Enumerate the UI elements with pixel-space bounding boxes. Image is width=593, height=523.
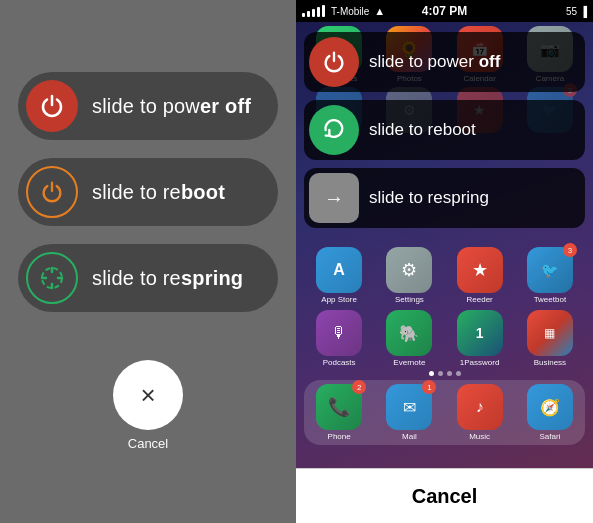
music-label: Music (469, 432, 490, 441)
settings-icon: ⚙ (386, 247, 432, 293)
cancel-button-left[interactable]: × (113, 360, 183, 430)
podcasts-icon: 🎙 (316, 310, 362, 356)
reeder-icon: ★ (457, 247, 503, 293)
app-reeder[interactable]: ★ Reeder (457, 247, 503, 304)
page-dots (304, 371, 585, 376)
dot-3 (447, 371, 452, 376)
status-left: T-Mobile ▲ (302, 5, 385, 17)
app-business[interactable]: ▦ Business (527, 310, 573, 367)
ios-reboot-slider[interactable]: slide to reboot (304, 100, 585, 160)
ios-reboot-label: slide to reboot (369, 120, 476, 140)
respring-slider[interactable]: slide to respring (18, 244, 278, 312)
status-bar: T-Mobile ▲ 4:07 PM 55 ▐ (296, 0, 593, 22)
business-icon: ▦ (527, 310, 573, 356)
ios-power-off-slider[interactable]: → slide to power off (304, 32, 585, 92)
reeder-label: Reeder (467, 295, 493, 304)
dock-row: 📞 2 Phone ✉ 1 Mail ♪ Music (304, 380, 585, 445)
settings-label: Settings (395, 295, 424, 304)
evernote-icon: 🐘 (386, 310, 432, 356)
mail-label: Mail (402, 432, 417, 441)
music-icon: ♪ (457, 384, 503, 430)
dot-2 (438, 371, 443, 376)
phone-badge: 2 (352, 380, 366, 394)
dot-4 (456, 371, 461, 376)
cancel-label-left: Cancel (128, 436, 168, 451)
appstore-icon: A (316, 247, 362, 293)
left-panel: slide to power off slide to reboot slide… (0, 0, 296, 523)
status-right: 55 ▐ (566, 6, 587, 17)
1password-icon: 1 (457, 310, 503, 356)
business-label: Business (534, 358, 566, 367)
wifi-icon: ▲ (374, 5, 385, 17)
ios-wallpaper: 💬 Messages 🌻 Photos 📅 Calendar 📷 (296, 22, 593, 523)
reboot-label: slide to reboot (92, 181, 225, 204)
sig-bar-2 (307, 11, 310, 17)
sig-bar-1 (302, 13, 305, 17)
1password-label: 1Password (460, 358, 500, 367)
appstore-label: App Store (321, 295, 357, 304)
dock-safari[interactable]: 🧭 Safari (527, 384, 573, 441)
mail-badge: 1 (422, 380, 436, 394)
ios-power-off-icon: → (309, 37, 359, 87)
power-off-label: slide to power off (92, 95, 251, 118)
cancel-section: × Cancel (113, 340, 183, 451)
dock-mail[interactable]: ✉ 1 Mail (386, 384, 432, 441)
mail-icon: ✉ 1 (386, 384, 432, 430)
reboot-icon (26, 166, 78, 218)
tweetbot-icon: 🐦 3 (527, 247, 573, 293)
sig-bar-5 (322, 5, 325, 17)
evernote-label: Evernote (393, 358, 425, 367)
dock-phone[interactable]: 📞 2 Phone (316, 384, 362, 441)
app-row-2: A App Store ⚙ Settings ★ Reeder (304, 247, 585, 304)
carrier-label: T-Mobile (331, 6, 369, 17)
cancel-bar[interactable]: Cancel (296, 468, 593, 523)
status-time: 4:07 PM (422, 4, 467, 18)
app-tweetbot[interactable]: 🐦 3 Tweetbot (527, 247, 573, 304)
dot-1 (429, 371, 434, 376)
app-evernote[interactable]: 🐘 Evernote (386, 310, 432, 367)
ios-respring-label: slide to respring (369, 188, 489, 208)
podcasts-label: Podcasts (323, 358, 356, 367)
respring-icon (26, 252, 78, 304)
cancel-bar-label: Cancel (412, 485, 478, 508)
signal-bars (302, 5, 325, 17)
tweetbot-badge-2: 3 (563, 243, 577, 257)
app-settings[interactable]: ⚙ Settings (386, 247, 432, 304)
ios-respring-slider[interactable]: → slide to respring (304, 168, 585, 228)
sig-bar-3 (312, 9, 315, 17)
power-off-slider[interactable]: slide to power off (18, 72, 278, 140)
app-podcasts[interactable]: 🎙 Podcasts (316, 310, 362, 367)
phone-label: Phone (328, 432, 351, 441)
phone-icon: 📞 2 (316, 384, 362, 430)
ios-respring-icon: → (309, 173, 359, 223)
safari-label: Safari (539, 432, 560, 441)
app-appstore[interactable]: A App Store (316, 247, 362, 304)
reboot-slider[interactable]: slide to reboot (18, 158, 278, 226)
ios-power-off-label: slide to power off (369, 52, 500, 72)
right-panel: T-Mobile ▲ 4:07 PM 55 ▐ 💬 Messages 🌻 Pho… (296, 0, 593, 523)
ios-reboot-icon (309, 105, 359, 155)
battery-label: 55 ▐ (566, 6, 587, 17)
app-row-3: 🎙 Podcasts 🐘 Evernote 1 1Password (304, 310, 585, 367)
power-off-icon (26, 80, 78, 132)
respring-label: slide to respring (92, 267, 243, 290)
app-1password[interactable]: 1 1Password (457, 310, 503, 367)
app-area-lower: A App Store ⚙ Settings ★ Reeder (296, 247, 593, 447)
cancel-x-icon: × (140, 382, 155, 408)
sig-bar-4 (317, 7, 320, 17)
tweetbot-label: Tweetbot (534, 295, 566, 304)
safari-icon: 🧭 (527, 384, 573, 430)
dock-music[interactable]: ♪ Music (457, 384, 503, 441)
